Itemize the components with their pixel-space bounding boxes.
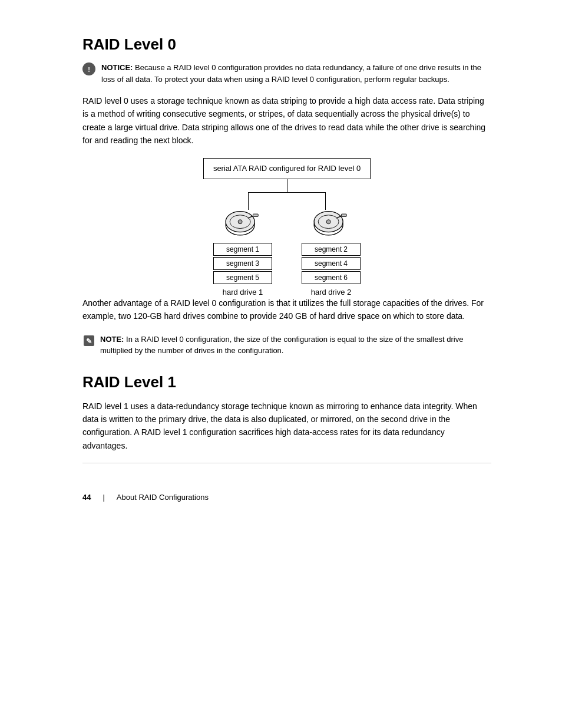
footer-section-label: About RAID Configurations [117,493,209,502]
drive1-icon [222,210,263,239]
section1-body2: Another advantage of a RAID level 0 conf… [82,297,491,323]
segment-1: segment 1 [213,243,272,256]
segment-3: segment 3 [213,257,272,270]
drive2-segments: segment 2 segment 4 segment 6 [302,243,361,284]
drives-row: segment 1 segment 3 segment 5 hard drive… [213,210,361,297]
segment-6: segment 6 [302,271,361,284]
page-footer: 44 | About RAID Configurations [82,493,491,502]
section1-body1: RAID level 0 uses a storage technique kn… [82,94,491,147]
branch-row [248,192,326,210]
drive1-column: segment 1 segment 3 segment 5 hard drive… [213,210,272,297]
notice-icon: ! [82,62,95,75]
h-connector-line [249,192,325,193]
drive1-label: hard drive 1 [223,288,263,297]
svg-point-11 [326,219,330,223]
left-v-line [248,192,249,210]
section1-title: RAID Level 0 [82,35,491,54]
svg-text:✎: ✎ [86,337,92,345]
footer-separator: | [103,493,104,502]
notice-content: Because a RAID level 0 configuration pro… [101,63,481,84]
note-label: NOTE: [100,335,124,344]
drive1-segments: segment 1 segment 3 segment 5 [213,243,272,284]
segment-2: segment 2 [302,243,361,256]
notice-text: NOTICE: Because a RAID level 0 configura… [101,62,491,85]
v-line-controller [287,179,287,192]
raid-diagram: serial ATA RAID configured for RAID leve… [82,158,491,297]
drive2-label: hard drive 2 [311,288,352,297]
left-branch [248,192,249,210]
svg-point-5 [238,219,242,223]
right-branch [325,192,326,210]
note-content: In a RAID level 0 configuration, the siz… [100,335,463,355]
drive2-column: segment 2 segment 4 segment 6 hard drive… [302,210,361,297]
note-icon: ✎ [82,334,95,347]
notice-label: NOTICE: [101,63,133,72]
svg-rect-13 [342,214,347,216]
section2-title: RAID Level 1 [82,373,491,391]
note-text: NOTE: In a RAID level 0 configuration, t… [100,334,491,357]
right-v-line [325,192,326,210]
svg-rect-7 [253,214,259,216]
note-box: ✎ NOTE: In a RAID level 0 configuration,… [82,334,491,357]
svg-text:!: ! [88,66,90,73]
footer-divider [82,463,491,463]
segment-4: segment 4 [302,257,361,270]
segment-5: segment 5 [213,271,272,284]
page-number: 44 [82,493,91,502]
controller-box: serial ATA RAID configured for RAID leve… [203,158,371,179]
drive2-icon [310,210,352,239]
notice-box: ! NOTICE: Because a RAID level 0 configu… [82,62,491,85]
section2-body1: RAID level 1 uses a data-redundancy stor… [82,400,491,453]
